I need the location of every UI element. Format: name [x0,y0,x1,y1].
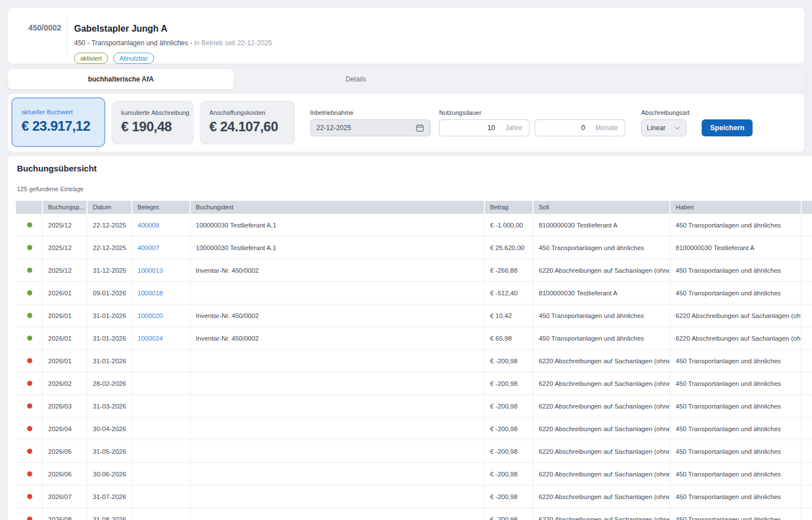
status-cell [16,304,43,326]
belegnr-link[interactable]: 1000024 [138,335,163,342]
save-button[interactable]: Speichern [702,119,753,136]
monate-unit: Monate [595,124,618,132]
asset-in-service-date: in Betrieb seit 22-12-2025 [194,39,272,47]
status-cell [16,282,43,304]
spacer-cell [802,327,812,349]
belegnr-link[interactable]: 400007 [138,244,159,251]
belegnr-link[interactable]: 400008 [138,222,159,229]
buchungsperiode-cell: 2025/12 [43,259,88,281]
status-cell [16,237,43,259]
soll-cell: 8100000030 Testlieferant A [534,282,671,304]
jahre-unit: Jahre [505,124,522,132]
belegnr-cell: 1000024 [132,327,191,349]
betrag-cell: € -200,98 [485,463,534,485]
column-header-status[interactable] [16,201,43,214]
belegnr-cell [132,418,191,440]
spacer-cell [802,372,812,394]
betrag-cell: € 25.620,00 [485,237,534,259]
spacer-cell [802,395,812,417]
card-anschaffungskosten[interactable]: Anschaffungskosten € 24.107,60 [200,101,295,144]
belegnr-cell: 1000018 [132,282,191,304]
haben-cell: 450 Transportanlagen und ähnliches [671,282,802,304]
status-dot-red [27,471,32,476]
soll-cell: 6220 Abschreibungen auf Sachanlagen (ohn… [534,418,671,440]
inbetriebnahme-date-input[interactable]: 22-12-2025 [310,119,431,136]
buchungstext-cell [191,508,485,520]
column-header-datum[interactable]: Datum [88,201,132,214]
status-dot-green [27,245,32,250]
table-row: 2026/0531-05-2026€ -200,986220 Abschreib… [16,440,812,463]
card-kumulierte-abschreibung[interactable]: kumulierte Abschreibung € 190,48 [111,101,194,144]
status-cell [16,485,43,508]
betrag-cell: € -200,98 [485,508,534,520]
nutzungsdauer-monate-input[interactable]: 0 Monate [535,119,625,136]
table-row: 2026/0731-07-2026€ -200,986220 Abschreib… [16,485,812,508]
column-header-buchungstext[interactable]: Buchungstext [191,201,485,214]
column-header-soll[interactable]: Soll [534,201,671,214]
spacer-cell [802,463,812,485]
betrag-cell: € 10,42 [485,304,534,326]
buchungstext-cell [191,372,485,394]
belegnr-link[interactable]: 1000020 [138,312,163,319]
buchungstext-cell [191,418,485,440]
belegnr-cell: 1000013 [132,259,191,281]
tab-buchhalterische-afa[interactable]: buchhalterische AfA [8,69,234,89]
column-header-belegnr[interactable]: Belegnr. [132,201,191,214]
buchungsperiode-cell: 2026/03 [43,395,88,417]
status-dot-green [27,222,32,227]
abschreibungsart-select[interactable]: Linear [641,119,686,136]
buchungsperiode-cell: 2026/01 [43,282,88,304]
belegnr-cell [132,395,191,417]
asset-header-panel: 450/0002 Gabelstapler Jungh A 450 - Tran… [8,8,804,63]
soll-cell: 6220 Abschreibungen auf Sachanlagen (ohn… [534,372,671,394]
table-row: 2025/1222-12-2025400008100000030 Testlie… [16,214,812,237]
belegnr-link[interactable]: 1000013 [138,267,163,274]
belegnr-cell: 1000020 [132,304,191,326]
calendar-icon[interactable] [415,123,424,132]
datum-cell: 31-03-2026 [88,395,132,417]
table-row: 2026/0630-06-2026€ -200,986220 Abschreib… [16,463,812,485]
card-value: € 190,48 [121,119,184,135]
betrag-cell: € -1.000,00 [485,214,534,236]
status-dot-green [27,313,32,318]
column-header-buchungsperiode[interactable]: Buchungsp... [43,201,88,214]
table-row: 2026/0228-02-2026€ -200,986220 Abschreib… [16,372,812,395]
spacer-cell [802,214,812,236]
status-cell [16,259,43,281]
buchungstext-cell [191,463,485,485]
table-row: 2026/0131-01-2026€ -200,986220 Abschreib… [16,350,812,372]
nutzungsdauer-jahre-input[interactable]: 10 Jahre [439,119,530,136]
nutzungsdauer-label: Nutzungsdauer [439,109,482,116]
status-badge-abnutzbar: Abnutzbar [113,53,154,64]
card-aktueller-buchwert[interactable]: aktueller Buchwert € 23.917,12 [11,97,105,147]
belegnr-link[interactable]: 1000018 [138,290,163,296]
status-dot-red [27,358,32,363]
datum-cell: 30-06-2026 [88,463,132,485]
table-row: 2026/0430-04-2026€ -200,986220 Abschreib… [16,418,812,440]
table-body: 2025/1222-12-2025400008100000030 Testlie… [16,214,812,520]
status-cell [16,463,43,485]
column-header-spacer[interactable] [802,201,812,214]
buchungsperiode-cell: 2026/06 [43,463,88,485]
soll-cell: 6220 Abschreibungen auf Sachanlagen (ohn… [534,259,671,281]
spacer-cell [802,259,812,281]
status-dot-red [27,403,32,409]
status-badge-aktiviert: aktiviert [74,53,108,64]
column-header-haben[interactable]: Haben [671,201,802,214]
jahre-value: 10 [488,124,495,132]
tab-details[interactable]: Details [234,69,478,89]
bookings-table: Buchungsp...DatumBelegnr.BuchungstextBet… [16,201,812,520]
column-header-betrag[interactable]: Betrag [485,201,534,214]
spacer-cell [802,418,812,440]
status-cell [16,395,43,417]
datum-cell: 31-07-2026 [88,485,132,508]
haben-cell: 450 Transportanlagen und ähnliches [671,463,802,485]
result-count: 125 gefundene Einträge [17,186,83,192]
card-label: kumulierte Abschreibung [121,109,184,116]
status-cell [16,440,43,462]
haben-cell: 6220 Abschreibungen auf Sachanlagen (ohn… [671,304,802,326]
belegnr-cell [132,372,191,394]
buchungsperiode-cell: 2026/01 [43,304,88,326]
datum-cell: 09-01-2026 [88,282,132,304]
badge-row: aktiviert Abnutzbar [74,53,154,64]
